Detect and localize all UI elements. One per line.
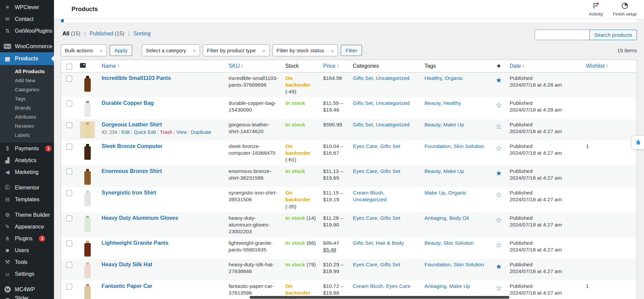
product-categories-links[interactable]: Gifts Set, Uncategorized (353, 122, 410, 127)
finish-setup-button[interactable]: Finish setup (613, 2, 637, 17)
featured-star-outline-icon[interactable]: ☆ (496, 216, 502, 224)
sidebar-item-products[interactable]: ▤Products (0, 52, 54, 65)
product-tags-links[interactable]: Antiaging, Make Up (424, 283, 470, 289)
search-products-input[interactable] (535, 30, 592, 40)
product-tags-links[interactable]: Antiaging, Body Oil (424, 215, 469, 221)
sidebar-item-users[interactable]: ☻Users (0, 244, 54, 256)
sidebar-item-payments[interactable]: $Payments1 (0, 143, 54, 154)
sidebar-subitem-tags[interactable]: Tags (0, 94, 54, 103)
row-checkbox[interactable] (66, 169, 72, 175)
product-name-link[interactable]: Enormous Bronze Shirt (102, 168, 162, 174)
product-type-filter-select[interactable]: Filter by product type ⌄ (203, 44, 270, 56)
sidebar-item-elementor[interactable]: ⒺElementor (0, 182, 54, 193)
row-checkbox[interactable] (66, 215, 72, 221)
product-name-link[interactable]: Heavy Duty Aluminum Gloves (102, 215, 178, 221)
sidebar-subitem-brands[interactable]: Brands (0, 103, 54, 112)
sidebar-subitem-labels[interactable]: Labels (0, 130, 54, 140)
duplicate-link[interactable]: Duplicate (191, 129, 211, 135)
product-tags-links[interactable]: Foundation, Skin Solution (424, 143, 484, 149)
activity-button[interactable]: Activity (589, 2, 603, 17)
floating-widget-button[interactable] (632, 136, 644, 149)
sidebar-item-wpclever[interactable]: ✳WPClever (0, 1, 54, 13)
product-categories-links[interactable]: Gifts Set, Hair & Body (353, 240, 404, 246)
featured-star-filled-icon[interactable]: ★ (496, 263, 502, 270)
product-categories-links[interactable]: Gifts Set, Uncategorized (353, 100, 410, 106)
view-all-link[interactable]: All (62, 31, 69, 36)
sidebar-subitem-attributes[interactable]: Attributes (0, 112, 54, 121)
search-products-button[interactable]: Search products (589, 30, 637, 40)
bulk-actions-select[interactable]: Bulk actions ⌄ (61, 44, 107, 56)
view-published-link[interactable]: Published (89, 31, 113, 36)
sidebar-item-analytics[interactable]: ▟Analytics (0, 154, 54, 166)
sidebar-item-templates[interactable]: ⊟Templates (0, 193, 54, 205)
row-checkbox[interactable] (66, 262, 72, 268)
featured-star-outline-icon[interactable]: ☆ (496, 284, 502, 292)
sort-by-date[interactable]: Date▲▼ (509, 63, 525, 69)
product-categories-links[interactable]: Cream Blush, Uncategorized (353, 190, 387, 202)
product-tags-links[interactable]: Beauty, Make Up (424, 122, 464, 127)
product-tags-links[interactable]: Healthy, Organic (424, 75, 463, 81)
featured-star-filled-icon[interactable]: ★ (496, 169, 502, 177)
product-name-link[interactable]: Sleek Bronze Computer (102, 143, 162, 149)
sidebar-subitem-all-products[interactable]: All Products (0, 67, 54, 76)
featured-star-outline-icon[interactable]: ☆ (496, 101, 502, 109)
product-name-link[interactable]: Gorgeous Leather Shirt (102, 122, 162, 127)
sidebar-item-mc4wp[interactable]: MMC4WP (0, 283, 54, 295)
sidebar-subitem-categories[interactable]: Categories (0, 85, 54, 94)
sort-by-name[interactable]: Name▲▼ (102, 63, 120, 69)
sort-by-sku[interactable]: SKU▲▼ (229, 63, 244, 69)
sidebar-item-slider-revolution[interactable]: SSlider Revolution (0, 295, 54, 299)
view-link[interactable]: View (176, 129, 187, 135)
horizontal-scrollbar-thumb[interactable] (250, 296, 509, 299)
product-name-link[interactable]: Durable Copper Bag (102, 100, 154, 106)
category-filter-select[interactable]: Select a category ⌄ (142, 44, 200, 56)
product-categories-links[interactable]: Eyes Care, Gifts Set (353, 168, 400, 174)
product-name-link[interactable]: Incredible Small1103 Pants (102, 75, 171, 81)
view-sorting-link[interactable]: Sorting (134, 31, 151, 36)
featured-star-filled-icon[interactable]: ★ (496, 76, 502, 84)
apply-button[interactable]: Apply (110, 45, 132, 56)
sidebar-item-marketing[interactable]: ◀Marketing (0, 166, 54, 178)
featured-star-outline-icon[interactable]: ☆ (496, 191, 502, 199)
product-tags-links[interactable]: Beauty, Skin Solution (424, 240, 474, 246)
filter-button[interactable]: Filter (341, 45, 362, 56)
product-categories-links[interactable]: Eyes Care, Gifts Set (353, 215, 400, 221)
row-checkbox[interactable] (66, 122, 72, 128)
sidebar-item-woocommerce[interactable]: WooWooCommerce (0, 40, 54, 52)
stock-status-filter-select[interactable]: Filter by stock status ⌄ (273, 44, 338, 56)
row-checkbox[interactable] (66, 190, 72, 196)
featured-star-outline-icon[interactable]: ☆ (496, 144, 502, 152)
row-checkbox[interactable] (66, 100, 72, 107)
edit-link[interactable]: Edit (121, 129, 130, 135)
sort-by-wishlist[interactable]: Wishlist▲▼ (586, 63, 608, 69)
sidebar-item-tools[interactable]: ⚒Tools (0, 256, 54, 268)
sidebar-subitem-reviews[interactable]: Reviews (0, 121, 54, 130)
quick-edit-link[interactable]: Quick Edit (134, 129, 156, 135)
row-checkbox[interactable] (66, 144, 72, 150)
sidebar-item-appearance[interactable]: ✎Appearance (0, 221, 54, 233)
featured-star-outline-icon[interactable]: ☆ (496, 123, 502, 130)
sidebar-item-theme-builder[interactable]: ⚙Theme Builder (0, 209, 54, 221)
product-name-link[interactable]: Lightweight Granite Pants (102, 240, 168, 246)
row-checkbox[interactable] (66, 76, 72, 82)
product-name-link[interactable]: Synergistic Iron Shirt (102, 190, 156, 196)
sidebar-subitem-add-new[interactable]: Add New (0, 76, 54, 85)
product-name-link[interactable]: Fantastic Paper Car (102, 283, 152, 289)
featured-star-outline-icon[interactable]: ☆ (496, 241, 502, 249)
product-tags-links[interactable]: Make Up, Organic (424, 190, 467, 196)
product-categories-links[interactable]: Cream Blush, Eyes Care (353, 283, 411, 289)
product-name-link[interactable]: Heavy Duty Silk Hat (102, 262, 152, 267)
sidebar-item-settings[interactable]: ⚍Settings (0, 268, 54, 280)
select-all-checkbox[interactable] (66, 64, 72, 70)
row-checkbox[interactable] (66, 283, 72, 290)
product-tags-links[interactable]: Foundation, Skin Solution (424, 262, 484, 267)
sidebar-item-contact[interactable]: ✉Contact (0, 13, 54, 25)
product-categories-links[interactable]: Eyes Care, Gifts Set (353, 143, 400, 149)
row-checkbox[interactable] (66, 240, 72, 246)
sidebar-item-getwooplugins[interactable]: ⇅GetWooPlugins (0, 25, 54, 37)
trash-link[interactable]: Trash (160, 129, 172, 135)
product-categories-links[interactable]: Eyes Care, Gifts Set (353, 262, 400, 267)
product-tags-links[interactable]: Beauty, Healthy (424, 100, 461, 106)
product-tags-links[interactable]: Beauty, Make Up (424, 168, 464, 174)
product-categories-links[interactable]: Gifts Set, Uncategorized (353, 75, 410, 81)
